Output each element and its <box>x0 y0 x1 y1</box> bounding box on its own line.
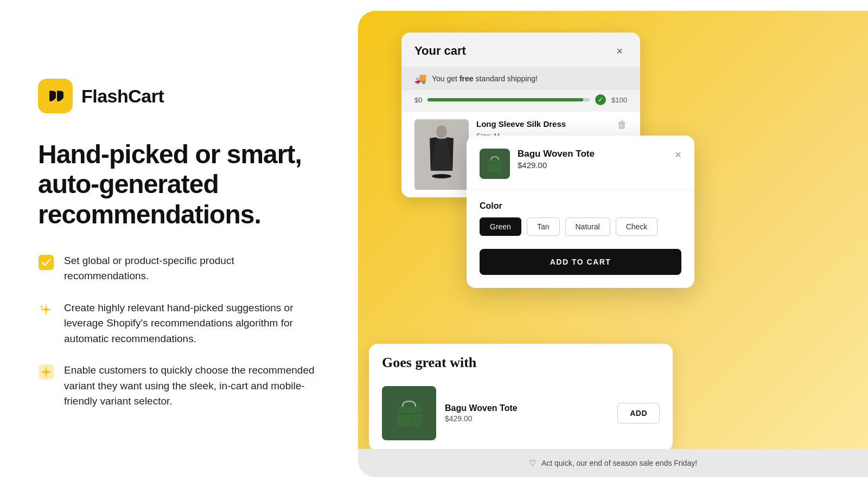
feature-item-3: Enable customers to quickly choose the r… <box>38 363 320 409</box>
progress-check-icon: ✓ <box>595 94 606 105</box>
svg-point-3 <box>432 174 451 178</box>
heart-icon: ♡ <box>529 458 536 468</box>
feature-text-2: Create highly relevant hand-picked sugge… <box>64 300 320 347</box>
shipping-banner: 🚚 You get free standard shipping! <box>401 67 640 90</box>
svg-rect-6 <box>397 407 421 426</box>
variant-modal-image <box>480 149 510 179</box>
goes-great-with-header: Goes great with <box>369 344 673 380</box>
sparkle-icon-1 <box>38 301 54 318</box>
goes-great-item: Bagu Woven Tote $429.00 ADD <box>369 380 673 451</box>
goes-great-item-name: Bagu Woven Tote <box>445 403 609 413</box>
goes-great-with-card: Goes great with Bagu Woven Tote $429.0 <box>369 344 673 451</box>
variant-divider <box>467 190 694 190</box>
goes-great-item-info: Bagu Woven Tote $429.00 <box>445 403 609 423</box>
sparkle-icon-2 <box>38 364 54 380</box>
logo-text: FlashCart <box>81 86 164 107</box>
left-panel: FlashCart Hand-picked or smart, auto-gen… <box>0 0 358 488</box>
checkmark-icon-1 <box>38 254 54 271</box>
variant-modal-close-button[interactable]: × <box>675 149 681 161</box>
cart-item-name: Long Sleeve Silk Dress <box>476 119 610 129</box>
add-to-cart-button[interactable]: ADD TO CART <box>480 249 681 275</box>
variant-product-name: Bagu Woven Tote <box>518 149 667 159</box>
goes-great-with-title: Goes great with <box>382 355 660 371</box>
variant-modal-info: Bagu Woven Tote $429.00 <box>518 149 667 170</box>
color-label: Color <box>480 201 681 211</box>
bottom-banner: ♡ Act quick, our end of season sale ends… <box>358 449 868 477</box>
color-options: Green Tan Natural Check <box>480 217 681 236</box>
feature-text-1: Set global or product-specific product r… <box>64 253 320 284</box>
cart-item-image <box>414 119 469 190</box>
svg-rect-4 <box>488 160 502 172</box>
progress-track <box>427 98 590 101</box>
progress-fill <box>427 98 583 101</box>
color-option-green[interactable]: Green <box>480 217 521 236</box>
right-panel: Your cart × 🚚 You get free standard ship… <box>358 11 868 477</box>
goes-great-item-image <box>382 386 436 440</box>
color-option-check[interactable]: Check <box>616 217 658 236</box>
progress-bar-row: $0 ✓ $100 <box>401 90 640 112</box>
svg-point-2 <box>436 125 447 138</box>
feature-text-3: Enable customers to quickly choose the r… <box>64 363 320 409</box>
truck-icon: 🚚 <box>414 73 426 85</box>
goes-great-add-button[interactable]: ADD <box>617 403 660 423</box>
cart-title: Your cart <box>414 44 466 58</box>
feature-item-1: Set global or product-specific product r… <box>38 253 320 284</box>
delete-item-button[interactable]: 🗑 <box>617 119 627 131</box>
color-option-natural[interactable]: Natural <box>565 217 610 236</box>
feature-list: Set global or product-specific product r… <box>38 253 320 409</box>
svg-rect-0 <box>39 255 54 270</box>
progress-end-label: $100 <box>611 96 627 104</box>
cart-header: Your cart × <box>401 33 640 67</box>
logo-row: FlashCart <box>38 79 320 113</box>
shipping-text: You get free standard shipping! <box>432 74 538 83</box>
goes-great-item-price: $429.00 <box>445 414 609 423</box>
variant-product-price: $429.00 <box>518 160 667 170</box>
feature-item-2: Create highly relevant hand-picked sugge… <box>38 300 320 347</box>
progress-start-label: $0 <box>414 96 422 104</box>
headline: Hand-picked or smart, auto-generated rec… <box>38 139 320 229</box>
color-option-tan[interactable]: Tan <box>527 217 560 236</box>
variant-modal-header: Bagu Woven Tote $429.00 × <box>480 149 681 179</box>
variant-modal: Bagu Woven Tote $429.00 × Color Green Ta… <box>467 136 694 288</box>
logo-icon <box>38 79 73 113</box>
bottom-banner-text: Act quick, our end of season sale ends F… <box>541 459 697 467</box>
cart-close-button[interactable]: × <box>612 43 627 59</box>
